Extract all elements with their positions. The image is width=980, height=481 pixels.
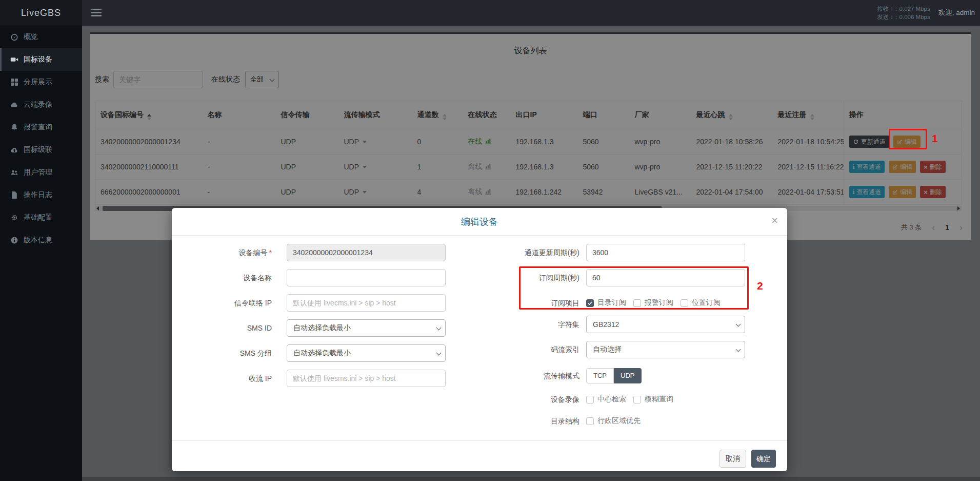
sidebar-item-label: 报警查询 [24,123,52,132]
checkbox-fuzzy-query[interactable] [633,396,641,403]
chevron-down-icon [436,325,442,331]
sidebar-item-version-info[interactable]: 版本信息 [0,229,82,252]
channel-period-input[interactable] [586,244,745,261]
welcome-user: 欢迎, admin [938,8,975,17]
sidebar-item-label: 概览 [24,32,38,42]
sidebar-item-label: 用户管理 [24,168,52,177]
chevron-down-icon [736,322,741,327]
gears-icon [10,214,18,222]
video-camera-icon [10,55,18,64]
app-canvas: LiveGBS 概览 国标设备 分屏展示 云端录像 报警查询 [0,0,980,481]
udp-toggle-button[interactable]: UDP [614,368,642,383]
navbar-right: 接收 ↑：0.027 Mbps 发送 ↓：0.006 Mbps 欢迎, admi… [877,0,975,26]
sidebar-item-label: 分屏展示 [24,78,52,87]
cancel-button[interactable]: 取消 [719,450,746,468]
sidebar-item-label: 国标级联 [24,145,52,155]
users-icon [10,168,18,177]
brand-logo: LiveGBS [0,0,82,26]
chevron-down-icon [436,351,442,356]
sidebar-item-overview[interactable]: 概览 [0,26,82,48]
receive-rate: 接收 ↑：0.027 Mbps [877,5,930,13]
close-icon[interactable]: × [771,215,778,226]
tcp-toggle-button[interactable]: TCP [586,368,614,383]
dashboard-icon [10,33,18,41]
network-stats: 接收 ↑：0.027 Mbps 发送 ↓：0.006 Mbps [877,5,930,21]
file-icon [10,191,18,199]
sidebar-item-gb-devices[interactable]: 国标设备 [0,48,82,71]
grid-icon [10,78,18,86]
sidebar-item-label: 国标设备 [24,55,52,64]
info-circle-icon [10,236,18,244]
signal-ip-input[interactable] [287,294,446,312]
checkbox-center-search[interactable] [586,396,594,403]
modal-title: 编辑设备 [172,208,787,236]
send-rate: 发送 ↓：0.006 Mbps [877,13,930,21]
cloud-upload-icon [10,146,18,154]
device-id-input [287,244,446,261]
ok-button[interactable]: 确定 [751,450,776,468]
sidebar-item-label: 云端录像 [24,100,52,109]
sms-group-select[interactable]: 自动选择负载最小 [287,344,446,362]
edit-device-modal: 编辑设备 × 设备编号* 设备名称 信令联络 IP SMS ID 自动选择负载最… [172,208,787,471]
sidebar: LiveGBS 概览 国标设备 分屏展示 云端录像 报警查询 [0,0,82,481]
sidebar-item-label: 基础配置 [24,213,52,222]
device-name-input[interactable] [287,269,446,286]
sidebar-item-operation-log[interactable]: 操作日志 [0,184,82,206]
modal-footer: 取消 确定 [172,440,787,471]
top-navbar: 接收 ↑：0.027 Mbps 发送 ↓：0.006 Mbps 欢迎, admi… [82,0,980,26]
annotation-number-1: 1 [932,132,938,145]
cloud-icon [10,101,18,109]
sidebar-item-basic-config[interactable]: 基础配置 [0,206,82,229]
sidebar-item-alarm-query[interactable]: 报警查询 [0,116,82,139]
sidebar-item-label: 操作日志 [24,190,52,200]
required-asterisk: * [269,248,272,257]
stream-index-select[interactable]: 自动选择 [586,341,745,358]
sidebar-item-label: 版本信息 [24,236,52,245]
sidebar-toggle-icon[interactable] [91,9,102,16]
sidebar-item-split-screen[interactable]: 分屏展示 [0,71,82,93]
sidebar-item-user-management[interactable]: 用户管理 [0,161,82,184]
charset-select[interactable]: GB2312 [586,316,745,333]
recv-ip-input[interactable] [287,370,446,387]
annotation-number-2: 2 [757,280,763,292]
sidebar-item-cloud-record[interactable]: 云端录像 [0,93,82,116]
sidebar-nav: 概览 国标设备 分屏展示 云端录像 报警查询 国标级联 [0,26,82,252]
annotation-box-1 [889,129,927,149]
chevron-down-icon [736,347,741,352]
annotation-box-2 [519,266,749,310]
sidebar-item-gb-cascade[interactable]: 国标级联 [0,139,82,161]
modal-header: 编辑设备 × [172,208,787,236]
bell-icon [10,123,18,131]
sms-id-select[interactable]: 自动选择负载最小 [287,319,446,337]
checkbox-admin-region-first[interactable] [586,417,594,425]
